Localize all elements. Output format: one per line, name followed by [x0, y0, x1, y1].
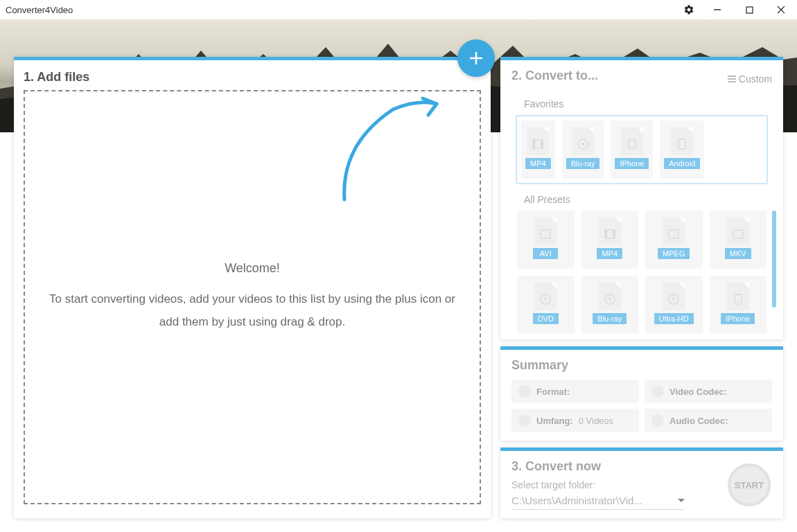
- preset-label: AVI: [533, 248, 558, 259]
- chevron-down-icon: [678, 499, 685, 503]
- preset-label: Blu-ray: [566, 158, 600, 169]
- close-button[interactable]: [765, 0, 797, 19]
- preset-label: Blu-ray: [593, 313, 627, 324]
- minimize-icon: [713, 6, 721, 14]
- app-title: Converter4Video: [6, 5, 73, 15]
- svg-rect-12: [541, 140, 543, 148]
- preset-label: Ultra-HD: [654, 313, 694, 324]
- preset-ultrahd[interactable]: Ultra-HD: [645, 276, 703, 334]
- fav-preset-iphone[interactable]: IPhone: [611, 121, 653, 179]
- svg-point-29: [672, 298, 675, 301]
- plus-icon: [467, 49, 485, 67]
- custom-preset-button[interactable]: Custom: [728, 73, 772, 85]
- close-icon: [777, 6, 785, 14]
- settings-button[interactable]: [676, 0, 701, 19]
- drop-zone[interactable]: Welcome! To start converting videos, add…: [24, 90, 481, 504]
- svg-rect-11: [533, 140, 535, 148]
- target-folder-dropdown[interactable]: C:\Users\Administrator\Vid...: [511, 495, 685, 510]
- preset-label: IPhone: [615, 158, 649, 169]
- welcome-heading: Welcome!: [225, 261, 280, 276]
- svg-point-31: [737, 301, 739, 303]
- right-panel: 2. Convert to... Custom Favorites MP4 Bl…: [500, 57, 783, 518]
- preset-scrollbar[interactable]: [772, 211, 776, 308]
- all-presets-grid: AVI MP4 MPEG MKV DVD Blu-ray Ultra-HD IP…: [511, 211, 772, 334]
- favorites-label: Favorites: [524, 98, 772, 109]
- preset-avi[interactable]: AVI: [517, 211, 575, 269]
- svg-rect-18: [541, 230, 550, 238]
- convert-to-title: 2. Convert to...: [511, 69, 598, 83]
- preset-mp4[interactable]: MP4: [581, 211, 639, 269]
- fav-preset-android[interactable]: Android: [660, 121, 704, 179]
- welcome-text: To start converting videos, add your vid…: [39, 288, 466, 333]
- svg-rect-1: [746, 7, 753, 13]
- fav-preset-bluray[interactable]: Blu-ray: [562, 121, 604, 179]
- summary-format: Format:: [511, 380, 639, 403]
- custom-label: Custom: [739, 73, 772, 85]
- preset-label: MP4: [525, 158, 551, 169]
- preset-iphone[interactable]: IPhone: [710, 276, 767, 334]
- preset-mkv[interactable]: MKV: [710, 211, 767, 269]
- maximize-button[interactable]: [733, 0, 765, 19]
- minimize-button[interactable]: [701, 0, 733, 19]
- target-path-text: C:\Users\Administrator\Vid...: [511, 495, 642, 506]
- preset-dvd[interactable]: DVD: [517, 276, 575, 334]
- convert-now-section: 3. Convert now Select target folder: C:\…: [500, 447, 783, 518]
- window-controls: [676, 0, 797, 19]
- preset-label: DVD: [533, 313, 559, 324]
- preset-bluray[interactable]: Blu-ray: [581, 276, 639, 334]
- add-files-panel: 1. Add files Welcome! To start convertin…: [14, 57, 491, 518]
- preset-label: MP4: [597, 248, 622, 259]
- svg-point-25: [544, 298, 547, 301]
- preset-label: MKV: [725, 248, 751, 259]
- preset-label: Android: [664, 158, 700, 169]
- titlebar: Converter4Video: [0, 0, 797, 19]
- start-button[interactable]: START: [728, 463, 771, 506]
- gear-icon: [683, 4, 694, 15]
- fav-preset-mp4[interactable]: MP4: [521, 121, 555, 179]
- all-presets-label: All Presets: [524, 194, 772, 205]
- favorites-row: MP4 Blu-ray IPhone Android: [516, 115, 768, 184]
- add-files-title: 1. Add files: [24, 70, 481, 85]
- menu-icon: [728, 76, 736, 82]
- svg-rect-17: [678, 139, 685, 149]
- summary-audio-codec: Audio Codec:: [645, 409, 772, 432]
- preset-mpeg[interactable]: MPEG: [645, 211, 703, 269]
- main-content: 1. Add files Welcome! To start convertin…: [14, 57, 783, 518]
- convert-to-section: 2. Convert to... Custom Favorites MP4 Bl…: [500, 57, 783, 339]
- preset-label: MPEG: [658, 248, 690, 259]
- svg-point-14: [581, 143, 584, 145]
- svg-point-27: [608, 298, 611, 301]
- start-label: START: [735, 480, 764, 490]
- svg-point-16: [631, 146, 633, 148]
- svg-rect-23: [733, 230, 743, 238]
- summary-umfang: Umfang: 0 Videos: [511, 409, 639, 432]
- summary-title: Summary: [511, 358, 772, 373]
- summary-video-codec: Video Codec:: [645, 380, 772, 403]
- summary-section: Summary Format: Video Codec: Umfang: 0 V…: [500, 346, 783, 441]
- add-file-button[interactable]: [457, 39, 495, 77]
- svg-rect-22: [669, 230, 678, 238]
- preset-label: IPhone: [721, 313, 755, 324]
- svg-rect-21: [613, 230, 615, 238]
- maximize-icon: [746, 6, 753, 14]
- svg-rect-20: [605, 230, 607, 238]
- hint-arrow-icon: [334, 96, 452, 206]
